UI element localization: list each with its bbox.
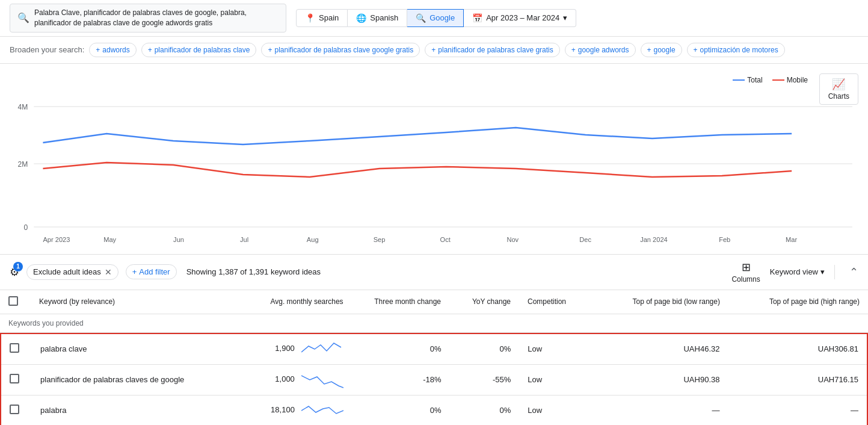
broaden-chip-google-adwords[interactable]: + google adwords	[565, 43, 636, 57]
svg-text:Jun: Jun	[173, 236, 184, 243]
showing-text: Showing 1,387 of 1,391 keyword ideas	[186, 267, 321, 276]
header-checkbox[interactable]	[8, 296, 18, 306]
competition-cell: Low	[519, 364, 589, 395]
th-yoy[interactable]: YoY change	[449, 290, 519, 314]
chart-area: 📈 Charts Total Mobile 4M 2M 0 Apr 2023 M…	[0, 64, 868, 255]
search-text: Palabra Clave, planificador de palabras …	[34, 8, 279, 28]
filter-google[interactable]: 🔍 Google	[407, 9, 464, 27]
th-bid-low[interactable]: Top of page bid (low range)	[589, 290, 728, 314]
broaden-chip-planificador-gratis[interactable]: + planificador de palabras clave gratis	[425, 43, 559, 57]
svg-text:May: May	[103, 236, 116, 243]
row-checkbox-cell	[1, 333, 32, 365]
th-competition[interactable]: Competition	[519, 290, 589, 314]
broaden-bar: Broaden your search: + adwords + planifi…	[0, 37, 868, 64]
yoy-cell: 0%	[450, 395, 520, 425]
filter-date[interactable]: 📅 Apr 2023 – Mar 2024 ▾	[464, 9, 576, 27]
toolbar-right: ⊞ Columns Keyword view ▾ ⌃	[731, 261, 858, 284]
section-header-label: Keywords you provided	[0, 314, 868, 332]
th-avg[interactable]: Avg. monthly searches	[240, 290, 352, 314]
broaden-chip-planificador-google[interactable]: + planificador de palabras clave google …	[261, 43, 420, 57]
main-chart-svg: 4M 2M 0 Apr 2023 May Jun Jul Aug Sep Oct…	[10, 98, 858, 254]
row-checkbox[interactable]	[10, 374, 19, 383]
chevron-up-icon: ⌃	[849, 265, 858, 279]
svg-text:Sep: Sep	[374, 236, 386, 243]
svg-text:4M: 4M	[17, 103, 28, 111]
language-icon: 🌐	[356, 13, 366, 23]
search-icon: 🔍	[17, 12, 29, 23]
close-icon[interactable]: ✕	[105, 267, 112, 277]
table-row: planificador de palabras claves de googl…	[1, 364, 867, 395]
avg-cell: 1,900	[241, 333, 352, 365]
header-bar: 🔍 Palabra Clave, planificador de palabra…	[0, 0, 868, 37]
broaden-chip-google[interactable]: + google	[641, 43, 682, 57]
plus-icon: +	[96, 46, 100, 54]
svg-text:Feb: Feb	[719, 236, 730, 243]
columns-button[interactable]: ⊞ Columns	[731, 261, 760, 284]
mini-sparkline	[301, 340, 343, 358]
avg-cell: 1,000	[241, 364, 352, 395]
yoy-cell: -55%	[450, 364, 520, 395]
filter-spain[interactable]: 📍 Spain	[296, 9, 348, 27]
header-filters: 📍 Spain 🌐 Spanish 🔍 Google 📅 Apr 2023 – …	[296, 9, 576, 27]
svg-text:Jul: Jul	[240, 236, 248, 243]
keyword-view-button[interactable]: Keyword view ▾	[770, 267, 825, 276]
legend-line-total	[733, 79, 745, 81]
svg-text:0: 0	[24, 223, 28, 232]
keyword-cell: palabra clave	[32, 333, 241, 365]
charts-button[interactable]: 📈 Charts	[819, 73, 858, 105]
mini-sparkline	[301, 402, 343, 420]
plus-icon: +	[694, 46, 698, 54]
mini-sparkline	[301, 371, 343, 389]
table-row: palabra clave 1,900 0% 0% Low	[0, 332, 868, 425]
row-checkbox[interactable]	[10, 343, 19, 353]
add-filter-button[interactable]: + Add filter	[126, 264, 177, 279]
broaden-label: Broaden your search:	[10, 45, 84, 54]
search-box[interactable]: 🔍 Palabra Clave, planificador de palabra…	[10, 4, 286, 33]
three-month-cell: -18%	[352, 364, 449, 395]
filter-badge: 1	[13, 262, 23, 271]
collapse-button[interactable]: ⌃	[849, 265, 858, 279]
bid-low-cell: —	[589, 395, 728, 425]
google-icon: 🔍	[416, 13, 426, 23]
table-row: palabra clave 1,900 0% 0% Low	[1, 333, 867, 365]
bid-low-cell: UAH46.32	[589, 333, 728, 365]
svg-text:Apr 2023: Apr 2023	[43, 236, 70, 243]
plus-icon: +	[647, 46, 651, 54]
three-month-cell: 0%	[352, 395, 449, 425]
line-chart-icon: 📈	[832, 78, 845, 91]
row-checkbox-cell	[1, 395, 32, 425]
th-keyword[interactable]: Keyword (by relevance)	[31, 290, 240, 314]
svg-text:Aug: Aug	[307, 236, 319, 243]
calendar-icon: 📅	[472, 13, 482, 23]
table-row: palabra 18,100 0% 0% Low	[1, 395, 867, 425]
exclude-adult-chip[interactable]: Exclude adult ideas ✕	[26, 264, 119, 280]
location-icon: 📍	[305, 13, 315, 23]
th-three-month[interactable]: Three month change	[352, 290, 449, 314]
filter-spanish[interactable]: 🌐 Spanish	[348, 9, 407, 27]
keyword-cell: planificador de palabras claves de googl…	[32, 364, 241, 395]
bid-low-cell: UAH90.38	[589, 364, 728, 395]
svg-text:Dec: Dec	[579, 236, 591, 243]
chart-svg-wrapper: 4M 2M 0 Apr 2023 May Jun Jul Aug Sep Oct…	[10, 98, 858, 254]
bid-high-cell: UAH716.15	[728, 364, 867, 395]
legend-line-mobile	[772, 79, 784, 81]
divider	[834, 265, 835, 279]
row-checkbox-cell	[1, 364, 32, 395]
section-header-row: Keywords you provided	[0, 314, 868, 332]
broaden-chip-planificador[interactable]: + planificador de palabras clave	[141, 43, 257, 57]
table-header-row: Keyword (by relevance) Avg. monthly sear…	[0, 290, 868, 314]
row-checkbox[interactable]	[10, 405, 19, 414]
th-bid-high[interactable]: Top of page bid (high range)	[728, 290, 868, 314]
th-checkbox	[0, 290, 31, 314]
toolbar: ⚙ 1 Exclude adult ideas ✕ + Add filter S…	[0, 255, 868, 290]
svg-text:Oct: Oct	[440, 236, 451, 243]
three-month-cell: 0%	[352, 333, 449, 365]
yoy-cell: 0%	[450, 333, 520, 365]
columns-icon: ⊞	[742, 261, 751, 274]
keyword-cell: palabra	[32, 395, 241, 425]
legend-total: Total	[733, 76, 762, 84]
competition-cell: Low	[519, 333, 589, 365]
bid-high-cell: —	[728, 395, 867, 425]
broaden-chip-adwords[interactable]: + adwords	[89, 43, 136, 57]
broaden-chip-optimizacion[interactable]: + optimización de motores	[687, 43, 785, 57]
